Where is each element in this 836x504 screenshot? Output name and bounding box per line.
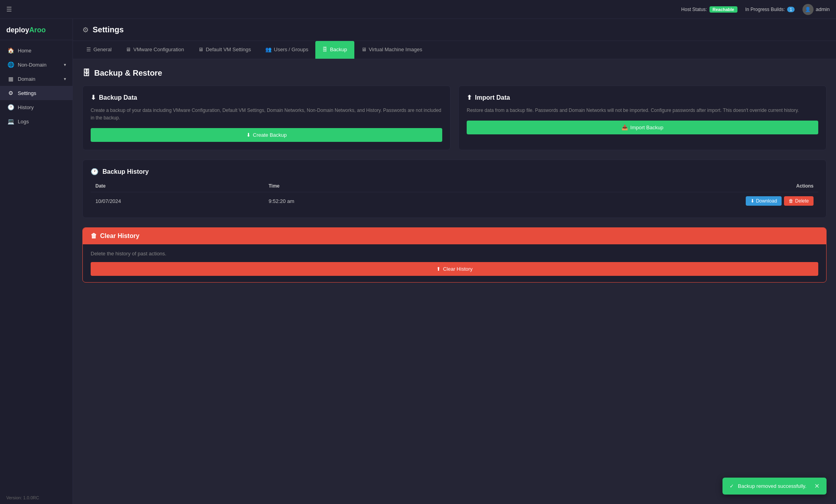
backup-restore-icon: 🗄 (82, 69, 90, 78)
col-actions: Actions (437, 180, 818, 192)
toast-message: Backup removed successfully. (738, 483, 806, 489)
sidebar-item-home[interactable]: 🏠 Home (0, 43, 73, 58)
backup-history-table: Date Time Actions 10/07/2024 9:52:20 am … (91, 180, 818, 210)
backup-card-title: ⬇ Backup Data (91, 94, 442, 101)
topbar: ☰ Host Status: Reachable In Progress Bui… (0, 0, 836, 19)
sidebar-item-domain[interactable]: ▦ Domain ▾ (0, 72, 73, 86)
delete-icon: 🗑 (789, 198, 793, 204)
backup-restore-title: 🗄 Backup & Restore (82, 69, 827, 78)
tab-label: General (93, 46, 112, 52)
logo: deployAroo (0, 19, 73, 40)
tab-label: Default VM Settings (206, 46, 251, 52)
clear-history-desc: Delete the history of past actions. (91, 251, 818, 257)
tab-general[interactable]: ☰ General (79, 41, 119, 59)
row-date: 10/07/2024 (91, 192, 264, 210)
tab-label: Backup (330, 46, 347, 52)
create-backup-label: Create Backup (253, 132, 287, 138)
row-time: 9:52:20 am (264, 192, 437, 210)
chevron-down-icon: ▾ (64, 62, 66, 67)
backup-card-desc: Create a backup of your data including V… (91, 107, 442, 122)
general-tab-icon: ☰ (86, 46, 91, 52)
sidebar-item-history[interactable]: 🕐 History (0, 100, 73, 114)
gear-icon: ⚙ (82, 26, 89, 34)
in-progress-label: In Progress Builds: (745, 7, 785, 12)
sidebar-item-logs[interactable]: 💻 Logs (0, 114, 73, 128)
row-actions: ⬇ Download 🗑 Delete (437, 192, 818, 210)
tabs-bar: ☰ General 🖥 VMware Configuration 🖥 Defau… (73, 41, 836, 59)
backup-history-card: 🕐 Backup History Date Time Actions 10/07… (82, 160, 827, 218)
import-data-card: ⬆ Import Data Restore data from a backup… (458, 86, 827, 150)
col-date: Date (91, 180, 264, 192)
download-label: Download (756, 198, 777, 204)
cards-row: ⬇ Backup Data Create a backup of your da… (82, 86, 827, 150)
toast-close-button[interactable]: ✕ (814, 482, 819, 490)
sidebar-item-non-domain[interactable]: 🌐 Non-Domain ▾ (0, 58, 73, 72)
sidebar-item-label: Domain (18, 76, 35, 82)
users-groups-tab-icon: 👥 (265, 46, 272, 52)
backup-card-title-text: Backup Data (99, 94, 137, 101)
create-backup-icon: ⬇ (246, 132, 251, 138)
page-header: ⚙ Settings (73, 19, 836, 41)
toast-check-icon: ✓ (730, 483, 734, 489)
backup-history-title: 🕐 Backup History (91, 168, 818, 175)
table-row: 10/07/2024 9:52:20 am ⬇ Download 🗑 Delet… (91, 192, 818, 210)
page-title: Settings (93, 25, 124, 34)
settings-icon: ⚙ (7, 90, 14, 96)
delete-label: Delete (795, 198, 809, 204)
import-backup-icon: 📥 (622, 125, 628, 130)
sidebar-nav: 🏠 Home 🌐 Non-Domain ▾ ▦ Domain ▾ ⚙ Setti… (0, 40, 73, 491)
clear-history-btn-label: Clear History (443, 266, 473, 272)
clear-history-btn-icon: ⬆ (436, 266, 441, 272)
trash-icon: 🗑 (91, 232, 97, 240)
sidebar: deployAroo 🏠 Home 🌐 Non-Domain ▾ ▦ Domai… (0, 19, 73, 504)
history-icon: 🕐 (91, 168, 99, 175)
chevron-down-icon: ▾ (64, 76, 66, 82)
sidebar-item-label: Logs (18, 119, 29, 125)
tab-vm-images[interactable]: 🖥 Virtual Machine Images (354, 41, 430, 59)
main-content: ⚙ Settings ☰ General 🖥 VMware Configurat… (73, 19, 836, 504)
sidebar-item-settings[interactable]: ⚙ Settings (0, 86, 73, 100)
logs-icon: 💻 (7, 118, 14, 125)
backup-history-title-text: Backup History (102, 168, 149, 175)
host-status-label: Host Status: (681, 7, 707, 12)
section-title-text: Backup & Restore (94, 69, 162, 78)
avatar: 👤 (802, 4, 814, 15)
tab-default-vm[interactable]: 🖥 Default VM Settings (191, 41, 258, 59)
delete-button[interactable]: 🗑 Delete (784, 196, 814, 206)
tab-label: Users / Groups (274, 46, 308, 52)
vmware-tab-icon: 🖥 (126, 46, 131, 52)
clear-history-section: 🗑 Clear History Delete the history of pa… (82, 227, 827, 283)
clear-history-body: Delete the history of past actions. ⬆ Cl… (83, 244, 826, 282)
backup-card-icon: ⬇ (91, 94, 96, 101)
tab-vmware[interactable]: 🖥 VMware Configuration (119, 41, 191, 59)
import-card-title-text: Import Data (475, 94, 510, 101)
history-icon: 🕐 (7, 104, 14, 110)
menu-icon[interactable]: ☰ (6, 6, 12, 13)
import-card-title: ⬆ Import Data (467, 94, 818, 101)
tab-backup[interactable]: 🗄 Backup (315, 41, 354, 59)
home-icon: 🏠 (7, 47, 14, 54)
download-button[interactable]: ⬇ Download (746, 196, 782, 206)
admin-user[interactable]: 👤 admin (802, 4, 830, 15)
version-label: Version: 1.0.0RC (0, 491, 73, 504)
import-backup-button[interactable]: 📥 Import Backup (467, 121, 818, 134)
sidebar-item-label: Home (18, 48, 32, 54)
backup-tab-icon: 🗄 (322, 46, 328, 52)
toast-notification: ✓ Backup removed successfully. ✕ (722, 478, 827, 495)
sidebar-item-label: History (18, 104, 34, 110)
host-status: Host Status: Reachable (681, 6, 737, 13)
import-card-icon: ⬆ (467, 94, 472, 101)
clear-history-button[interactable]: ⬆ Clear History (91, 262, 818, 276)
default-vm-tab-icon: 🖥 (198, 46, 203, 52)
import-backup-label: Import Backup (630, 125, 663, 130)
create-backup-button[interactable]: ⬇ Create Backup (91, 128, 442, 142)
non-domain-icon: 🌐 (7, 61, 14, 68)
backup-data-card: ⬇ Backup Data Create a backup of your da… (82, 86, 451, 150)
tab-label: VMware Configuration (133, 46, 184, 52)
tab-users-groups[interactable]: 👥 Users / Groups (258, 41, 315, 59)
in-progress-builds: In Progress Builds: 1 (745, 7, 795, 12)
domain-icon: ▦ (7, 76, 14, 82)
vm-images-tab-icon: 🖥 (361, 46, 367, 52)
sidebar-item-label: Settings (18, 90, 36, 96)
clear-history-header: 🗑 Clear History (83, 228, 826, 244)
